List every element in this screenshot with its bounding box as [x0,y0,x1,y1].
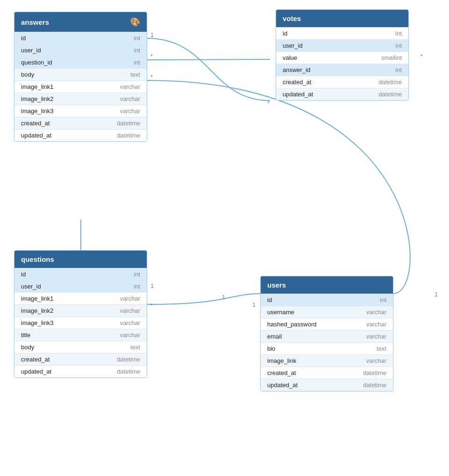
table-row: image_link2varchar [14,93,147,105]
table-row: image_link1varchar [14,80,147,93]
table-answers-title: answers [21,18,49,26]
table-row: created_atdatetime [14,353,147,365]
table-row: image_link3varchar [14,317,147,329]
table-row: bodytext [14,341,147,353]
table-users-title: users [267,281,286,289]
table-row: titlevarchar [14,329,147,341]
table-users-header: users [261,276,393,294]
table-row: updated_atdatetime [14,129,147,141]
diagram-canvas: answers 🎨 idint user_idint question_idin… [0,0,449,476]
table-row: answer_idint [276,64,408,76]
table-row: question_idint [14,56,147,68]
table-row: user_idint [14,280,147,292]
rel-label-star-q: * [150,302,153,309]
table-row: hashed_passwordvarchar [261,318,393,330]
table-row: idint [14,268,147,280]
rel-label-1-q: 1 [150,282,154,289]
table-votes: votes idint user_idint valuesmallint ans… [276,9,409,101]
table-row: updated_atdatetime [14,365,147,377]
table-questions-title: questions [21,255,54,263]
table-votes-header: votes [276,10,408,27]
table-votes-title: votes [283,14,301,22]
rel-label-star-votes-user: * [420,53,423,60]
table-questions-header: questions [14,251,147,268]
rel-label-star-b: * [150,73,153,80]
table-users: users idint usernamevarchar hashed_passw… [260,276,393,391]
table-row: user_idint [276,39,408,51]
rel-label-1a: 1 [150,31,154,38]
table-row: image_linkvarchar [261,354,393,367]
table-row: image_link1varchar [14,292,147,304]
table-row: updated_atdatetime [261,379,393,391]
table-row: emailvarchar [261,330,393,342]
table-row: valuesmallint [276,51,408,64]
table-answers-header: answers 🎨 [14,12,147,32]
rel-label-1-qu2: 1 [252,301,256,308]
table-row: image_link3varchar [14,105,147,117]
table-row: idint [14,32,147,44]
table-row: user_idint [14,44,147,56]
palette-icon: 🎨 [130,17,140,27]
table-row: created_atdatetime [261,367,393,379]
table-row: updated_atdatetime [276,88,408,100]
table-answers: answers 🎨 idint user_idint question_idin… [14,12,147,142]
table-row: biotext [261,342,393,354]
rel-label-1-qu: 1 [222,294,225,301]
rel-label-star-votes: * [267,100,270,107]
table-row: idint [276,27,408,39]
table-row: idint [261,294,393,306]
rel-label-star-a: * [150,53,153,60]
table-row: created_atdatetime [276,76,408,88]
table-row: usernamevarchar [261,306,393,318]
table-row: bodytext [14,68,147,80]
table-row: created_atdatetime [14,117,147,129]
table-row: image_link2varchar [14,304,147,317]
rel-label-1-users: 1 [435,291,438,298]
table-questions: questions idint user_idint image_link1va… [14,250,147,378]
